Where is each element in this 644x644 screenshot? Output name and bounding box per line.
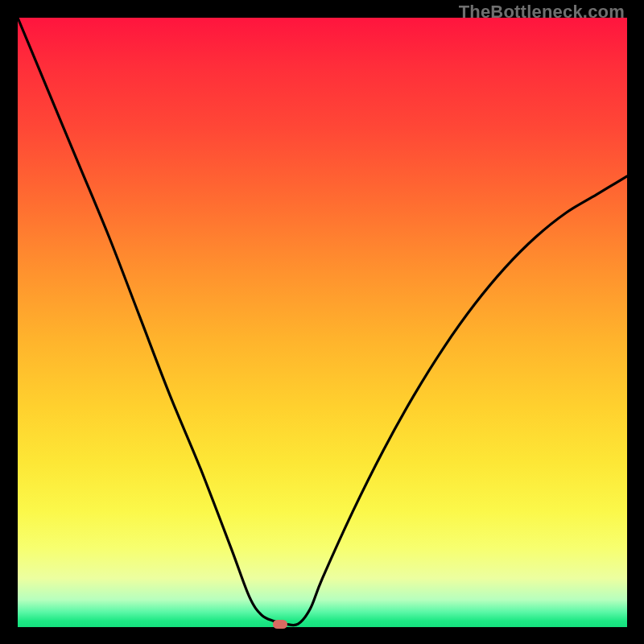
bottleneck-curve [18,18,627,627]
optimum-marker [273,620,287,629]
chart-frame: TheBottleneck.com [0,0,644,644]
watermark-text: TheBottleneck.com [459,2,625,23]
